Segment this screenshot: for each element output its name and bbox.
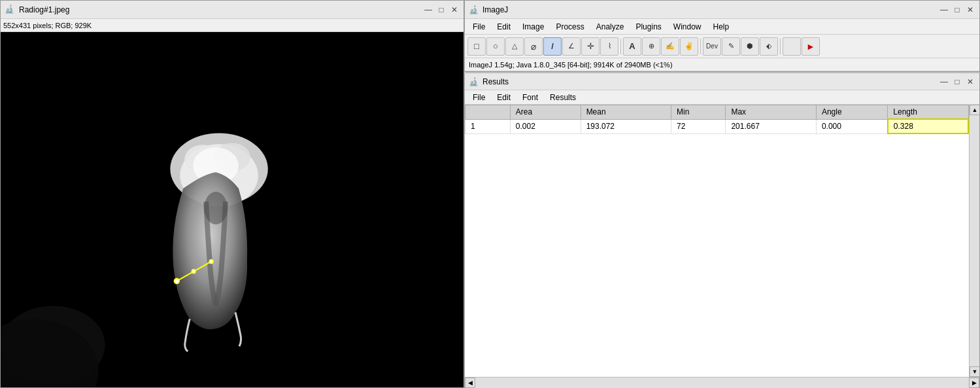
- point-tool[interactable]: ✛: [581, 37, 600, 56]
- menu-image[interactable]: Image: [517, 21, 549, 33]
- imagej-maximize-button[interactable]: □: [952, 5, 962, 15]
- cell-max: 201.667: [726, 119, 816, 133]
- col-header-area: Area: [510, 105, 581, 120]
- results-close-button[interactable]: ✕: [965, 77, 975, 87]
- menu-file[interactable]: File: [467, 21, 490, 33]
- radiog-minimize-button[interactable]: —: [423, 5, 433, 15]
- radiog-window-icon: 🔬: [5, 5, 15, 15]
- hand-tool[interactable]: ✍: [661, 37, 679, 56]
- menu-analyze[interactable]: Analyze: [591, 21, 630, 33]
- results-data-row-1: 1 0.002 193.072 72 201.667 0.000 0.328: [465, 119, 969, 133]
- results-menu-results[interactable]: Results: [545, 92, 581, 103]
- results-maximize-button[interactable]: □: [952, 77, 962, 87]
- radiog-titlebar: 🔬 Radiog#1.jpeg — □ ✕: [1, 1, 464, 19]
- results-table: Area Mean Min Max Angle Length 1 0.002 1: [465, 105, 969, 134]
- results-window-icon: 🔬: [469, 77, 479, 86]
- results-menu-file[interactable]: File: [467, 92, 490, 103]
- angle-tool[interactable]: ∠: [562, 37, 581, 56]
- dropper-tool[interactable]: ⬖: [760, 37, 778, 56]
- menu-help[interactable]: Help: [708, 21, 735, 33]
- radiog-image-area: [1, 32, 464, 387]
- radiog-statusbar: 552x431 pixels; RGB; 929K: [1, 19, 464, 32]
- polygon-tool[interactable]: △: [505, 37, 524, 56]
- results-table-content: Area Mean Min Max Angle Length 1 0.002 1: [465, 105, 969, 377]
- rectangle-tool[interactable]: □: [467, 37, 486, 56]
- scroll-right-button[interactable]: ▶: [969, 378, 979, 388]
- results-titlebar-controls: — □ ✕: [939, 77, 975, 87]
- oval-tool[interactable]: ○: [486, 37, 505, 56]
- extra-tool-1[interactable]: [783, 37, 801, 56]
- toolbar-sep3: [780, 39, 781, 54]
- results-menubar: File Edit Font Results: [465, 90, 979, 105]
- menu-plugins[interactable]: Plugins: [630, 21, 666, 33]
- results-window: 🔬 Results — □ ✕ File Edit Font Results: [464, 73, 980, 388]
- results-menu-edit[interactable]: Edit: [492, 92, 516, 103]
- imagej-window-title: ImageJ: [482, 5, 935, 14]
- horizontal-scroll-track[interactable]: [475, 378, 969, 388]
- svg-point-9: [204, 192, 228, 224]
- menu-process[interactable]: Process: [550, 21, 589, 33]
- imagej-window-icon: 🔬: [469, 5, 479, 14]
- imagej-status-text: ImageJ 1.54g; Java 1.8.0_345 [64-bit]; 9…: [469, 61, 673, 69]
- imagej-close-button[interactable]: ✕: [965, 5, 975, 15]
- results-window-title: Results: [482, 77, 935, 86]
- imagej-titlebar: 🔬 ImageJ — □ ✕: [465, 1, 979, 19]
- results-menu-font[interactable]: Font: [517, 92, 543, 103]
- col-header-mean: Mean: [581, 105, 671, 120]
- col-header-angle: Angle: [816, 105, 887, 120]
- line-tool[interactable]: /: [543, 37, 562, 56]
- color-picker-tool[interactable]: ✌: [680, 37, 698, 56]
- imagej-toolbar: □ ○ △ ⌀ / ∠ ✛ ⌇ A ⊕ ✍ ✌ Dev ✎ ⬢ ⬖ ►: [465, 35, 979, 58]
- toolbar-sep1: [620, 39, 621, 54]
- radiog-maximize-button[interactable]: □: [436, 5, 447, 15]
- results-table-area: Area Mean Min Max Angle Length 1 0.002 1: [465, 105, 979, 377]
- cell-mean: 193.072: [581, 119, 671, 133]
- imagej-menubar: File Edit Image Process Analyze Plugins …: [465, 19, 979, 35]
- menu-edit[interactable]: Edit: [492, 21, 516, 33]
- freehand-tool[interactable]: ⌀: [524, 37, 543, 56]
- radiog-close-button[interactable]: ✕: [449, 5, 460, 15]
- zoom-tool[interactable]: ⊕: [642, 37, 660, 56]
- cell-length: 0.328: [888, 119, 968, 133]
- scroll-down-button[interactable]: ▼: [970, 366, 979, 377]
- cell-area: 0.002: [510, 119, 581, 133]
- col-header-index: [465, 105, 511, 120]
- extra-tool-2[interactable]: ►: [802, 37, 820, 56]
- results-vertical-scrollbar[interactable]: ▲ ▼: [969, 105, 979, 377]
- brush-tool[interactable]: ⬢: [741, 37, 759, 56]
- imagej-window: 🔬 ImageJ — □ ✕ File Edit Image Process A…: [464, 0, 980, 72]
- radiog-status-text: 552x431 pixels; RGB; 929K: [3, 22, 92, 29]
- col-header-min: Min: [671, 105, 726, 120]
- right-side-container: 🔬 ImageJ — □ ✕ File Edit Image Process A…: [464, 0, 980, 388]
- scroll-left-button[interactable]: ◀: [465, 378, 475, 388]
- svg-point-11: [174, 279, 179, 284]
- pencil-tool[interactable]: ✎: [722, 37, 740, 56]
- col-header-length: Length: [888, 105, 968, 120]
- scroll-up-button[interactable]: ▲: [970, 105, 979, 115]
- wand-tool[interactable]: ⌇: [600, 37, 618, 56]
- text-tool[interactable]: A: [623, 37, 641, 56]
- menu-window[interactable]: Window: [668, 21, 707, 33]
- imagej-titlebar-controls: — □ ✕: [939, 5, 975, 15]
- radiog-window-title: Radiog#1.jpeg: [19, 5, 419, 14]
- results-minimize-button[interactable]: —: [939, 77, 949, 87]
- imagej-statusbar: ImageJ 1.54g; Java 1.8.0_345 [64-bit]; 9…: [465, 58, 979, 71]
- cell-angle: 0.000: [816, 119, 887, 133]
- toolbar-sep2: [700, 39, 701, 54]
- imagej-minimize-button[interactable]: —: [939, 5, 949, 15]
- col-header-max: Max: [726, 105, 816, 120]
- cell-row-index: 1: [465, 119, 511, 133]
- results-horizontal-scrollbar[interactable]: ◀ ▶: [465, 377, 979, 387]
- svg-point-12: [209, 260, 213, 264]
- radiog-titlebar-controls: — □ ✕: [423, 5, 460, 15]
- tooth-radiograph-svg: [1, 32, 464, 387]
- svg-point-13: [192, 270, 195, 273]
- cell-min: 72: [671, 119, 726, 133]
- dev-tool[interactable]: Dev: [703, 37, 721, 56]
- results-titlebar: 🔬 Results — □ ✕: [465, 73, 979, 90]
- results-header-row: Area Mean Min Max Angle Length: [465, 105, 969, 120]
- radiog-window: 🔬 Radiog#1.jpeg — □ ✕ 552x431 pixels; RG…: [0, 0, 464, 388]
